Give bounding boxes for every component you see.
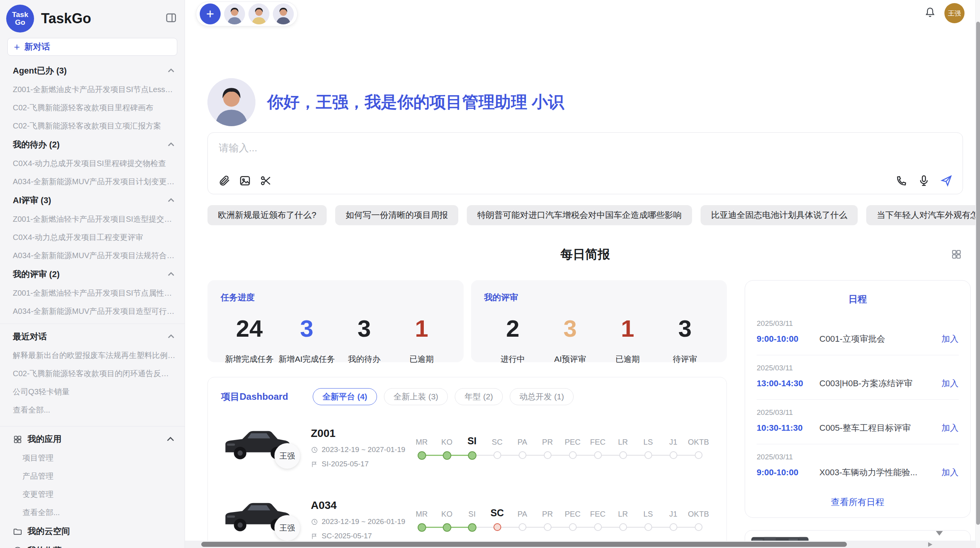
- milestone-J1: J1: [661, 508, 686, 532]
- project-node-label: SI-2025-05-17: [322, 460, 368, 468]
- stat-label: 新增完成任务: [221, 354, 278, 365]
- vertical-scrollbar-thumb[interactable]: [976, 22, 980, 525]
- vertical-scrollbar[interactable]: [975, 0, 980, 548]
- view-all-link[interactable]: 查看全部...: [0, 401, 185, 419]
- sidebar-item[interactable]: A034-全新新能源MUV产品开发项目计划变更表编写: [0, 173, 185, 191]
- scissors-icon[interactable]: [260, 175, 272, 187]
- agent-avatar-3[interactable]: [273, 3, 294, 24]
- phone-icon[interactable]: [895, 175, 908, 187]
- horizontal-scrollbar[interactable]: [185, 541, 975, 548]
- sidebar-item[interactable]: C02-飞腾新能源轻客改款项目立项汇报方案: [0, 117, 185, 135]
- sidebar-item-cloud-space[interactable]: 我的云空间: [0, 522, 185, 541]
- suggestion-chip[interactable]: 比亚迪全固态电池计划具体说了什么: [701, 205, 858, 225]
- sidebar-section-header[interactable]: AI评审 (3): [0, 191, 185, 210]
- view-all-link[interactable]: 查看全部...: [0, 503, 185, 522]
- sidebar-section: Agent已办 (3) Z001-全新燃油皮卡产品开发项目SI节点Lesson …: [0, 61, 185, 135]
- layout-grid-icon[interactable]: [951, 248, 962, 262]
- sidebar: Task Go TaskGo + 新对话 Agent已办 (3) Z001-全新…: [0, 0, 185, 548]
- new-chat-button[interactable]: + 新对话: [7, 38, 177, 56]
- milestone-label: PA: [517, 508, 527, 523]
- sidebar-item-favorites[interactable]: 我的收藏: [0, 541, 185, 548]
- sidebar-item[interactable]: Z001-全新燃油轻卡产品开发项目SI节点属性5D文件评审: [0, 284, 185, 302]
- milestone-dot: [619, 451, 627, 459]
- stat-value: 1: [599, 317, 656, 341]
- sidebar-item[interactable]: A034-全新新能源MUV产品开发项目法规符合性评审: [0, 247, 185, 265]
- milestone-label: SI: [468, 508, 476, 523]
- suggestion-chip[interactable]: 欧洲新规最近颁布了什么?: [207, 205, 327, 225]
- sidebar-item[interactable]: A034-全新新能源MUV产品开发项目造型可行性评审: [0, 302, 185, 320]
- stat-value: 3: [336, 317, 393, 341]
- schedule-date: 2025/03/11: [757, 453, 959, 461]
- sidebar-sub-item[interactable]: 变更管理: [0, 485, 185, 503]
- sidebar-item[interactable]: C02-飞腾新能源轻客改款项目的闭环通告反馈情况: [0, 365, 185, 383]
- stat: 2 进行中: [484, 317, 541, 365]
- sidebar-item[interactable]: 公司Q3轻卡销量: [0, 383, 185, 401]
- sidebar-item[interactable]: 解释最新出台的欧盟报废车法规再生塑料比例被调至15%...: [0, 346, 185, 365]
- stat-label: AI预评审: [541, 354, 599, 365]
- microphone-icon[interactable]: [918, 175, 930, 187]
- milestone-FEC: FEC: [585, 436, 610, 460]
- sidebar-section: AI评审 (3) Z001-全新燃油轻卡产品开发项目SI造型提交物评审C0X4-…: [0, 191, 185, 265]
- sidebar-item-my-apps[interactable]: 我的应用: [0, 430, 185, 449]
- chat-input[interactable]: [219, 142, 952, 154]
- agent-avatar-2[interactable]: [248, 3, 269, 24]
- project-row[interactable]: 王强 Z001 2023-12-19 ~ 2027-01-19 SI-2025-…: [221, 418, 713, 477]
- dashboard-tab[interactable]: 年型 (2): [455, 388, 503, 405]
- milestone-label: PR: [542, 508, 553, 523]
- paperclip-icon[interactable]: [218, 175, 230, 187]
- content-columns: 任务进度 24 新增完成任务 3 新增AI完成任务 3 我的待办 1 已逾期 我…: [207, 280, 963, 548]
- stat-card-title: 我的评审: [484, 292, 714, 303]
- app-logo: Task Go: [6, 5, 34, 33]
- sidebar-section-header[interactable]: 我的待办 (2): [0, 135, 185, 154]
- milestone-label: PR: [542, 436, 553, 451]
- horizontal-scrollbar-thumb[interactable]: [201, 542, 847, 547]
- stat-card: 我的评审 2 进行中 3 AI预评审 1 已逾期 3 待评审: [471, 280, 727, 362]
- scroll-down-arrow-icon[interactable]: [936, 531, 943, 536]
- project-row[interactable]: 王强 A034 2023-12-19 ~ 2026-01-19 SC-2025-…: [221, 490, 713, 548]
- sidebar-section-header[interactable]: Agent已办 (3): [0, 61, 185, 80]
- milestone-label: J1: [669, 508, 677, 523]
- add-agent-button[interactable]: [200, 3, 221, 24]
- sidebar-item[interactable]: Z001-全新燃油皮卡产品开发项目SI节点Lesson Learn报告: [0, 80, 185, 99]
- notification-bell-icon[interactable]: [924, 7, 936, 20]
- stat-card: 任务进度 24 新增完成任务 3 新增AI完成任务 3 我的待办 1 已逾期: [207, 280, 464, 362]
- sidebar-section-header[interactable]: 我的评审 (2): [0, 265, 185, 284]
- sidebar-sub-item[interactable]: 产品管理: [0, 467, 185, 485]
- sidebar-item[interactable]: Z001-全新燃油轻卡产品开发项目SI造型提交物评审: [0, 210, 185, 228]
- milestone-LS: LS: [636, 436, 661, 460]
- sidebar-item[interactable]: C02-飞腾新能源轻客改款项目里程碑画布: [0, 99, 185, 117]
- scroll-right-arrow-icon[interactable]: [928, 542, 932, 547]
- suggestion-chip[interactable]: 如何写一份清晰的项目周报: [335, 205, 458, 225]
- user-avatar[interactable]: 王强: [944, 3, 965, 23]
- suggestion-chip[interactable]: 当下年轻人对汽车外观有怎样的喜好趋势: [866, 205, 980, 225]
- apps-grid-icon: [13, 435, 22, 444]
- plus-icon: [205, 9, 215, 19]
- join-meeting-link[interactable]: 加入: [942, 467, 959, 478]
- stat-value: 2: [484, 317, 541, 341]
- sidebar-section: 最近对话 解释最新出台的欧盟报废车法规再生塑料比例被调至15%...C02-飞腾…: [0, 327, 185, 419]
- image-icon[interactable]: [239, 175, 251, 187]
- collapse-sidebar-icon[interactable]: [165, 12, 177, 25]
- view-all-schedule-link[interactable]: 查看所有日程: [757, 496, 959, 508]
- sidebar-sub-item[interactable]: 项目管理: [0, 449, 185, 467]
- dashboard-tab[interactable]: 动总开发 (1): [510, 388, 574, 405]
- main-area: 王强 你好，王强，我是你的项目管理助理 小识: [185, 0, 980, 548]
- agent-avatar-1[interactable]: [224, 3, 245, 24]
- assistant-avatar: [207, 78, 255, 126]
- top-right-controls: 王强: [924, 3, 965, 23]
- milestone-label: KO: [441, 436, 452, 451]
- logo-text-top: Task: [12, 11, 28, 19]
- sidebar-item[interactable]: C0X4-动力总成开发项目SI里程碑提交物检查: [0, 154, 185, 173]
- join-meeting-link[interactable]: 加入: [942, 422, 959, 434]
- sidebar-section-header[interactable]: 最近对话: [0, 327, 185, 346]
- milestone-track: MRKOSISCPAPRPECFECLRLSJ1OKTB: [409, 436, 713, 460]
- sidebar-item[interactable]: C0X4-动力总成开发项目工程变更评审: [0, 228, 185, 247]
- logo-text-bottom: Go: [15, 19, 25, 26]
- stats-row: 任务进度 24 新增完成任务 3 新增AI完成任务 3 我的待办 1 已逾期 我…: [207, 280, 727, 362]
- suggestion-chip[interactable]: 特朗普可能对进口汽车增税会对中国车企造成哪些影响: [467, 205, 692, 225]
- join-meeting-link[interactable]: 加入: [942, 378, 959, 389]
- dashboard-tab[interactable]: 全新上装 (3): [384, 388, 448, 405]
- join-meeting-link[interactable]: 加入: [942, 333, 959, 345]
- dashboard-tab[interactable]: 全新平台 (4): [313, 388, 377, 405]
- send-icon[interactable]: [940, 175, 953, 187]
